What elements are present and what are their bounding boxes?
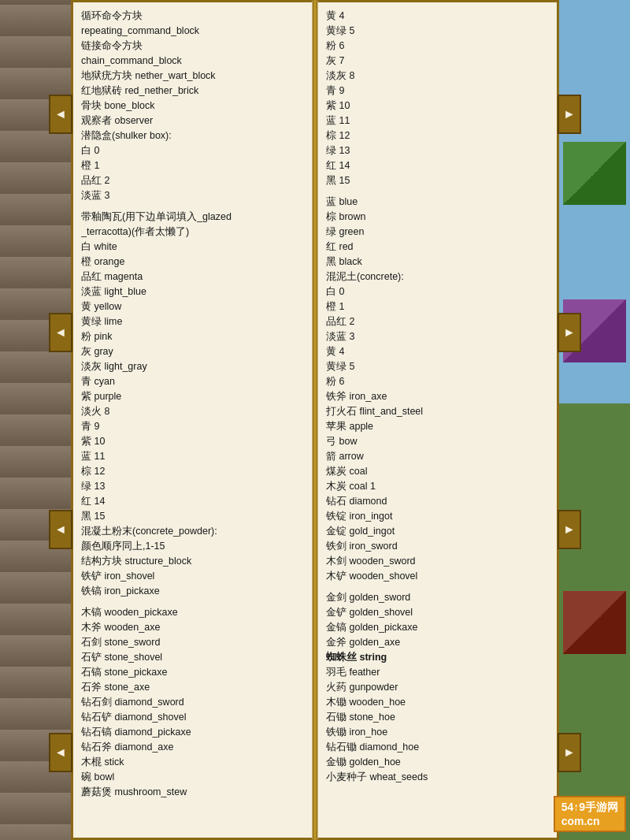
nav-arrow-left-4[interactable]: ◄ — [49, 733, 72, 772]
line-stone-shovel: 石铲 stone_shovel — [81, 650, 304, 665]
rline-concrete: 混泥土(concrete): — [326, 269, 549, 284]
line-9: 白 0 — [81, 143, 304, 158]
nav-arrow-left-3[interactable]: ◄ — [49, 510, 72, 549]
watermark: 54↑9手游网 com.cn — [554, 796, 626, 832]
rgap-1 — [326, 188, 549, 195]
line-blue11: 蓝 11 — [81, 449, 304, 464]
nav-arrow-right-2[interactable]: ► — [558, 313, 581, 352]
nav-arrow-right-3[interactable]: ► — [558, 510, 581, 549]
watermark-line2: com.cn — [561, 815, 618, 827]
line-stone-sword: 石剑 stone_sword — [81, 635, 304, 650]
rline-flint: 打火石 flint_and_steel — [326, 404, 549, 419]
line-stone-axe: 石斧 stone_axe — [81, 680, 304, 695]
rline-green: 绿 green — [326, 225, 549, 240]
rline-1: 黄绿 5 — [326, 24, 549, 39]
rline-golden-shovel: 金铲 golden_shovel — [326, 605, 549, 620]
rline-lightblue3: 淡蓝 3 — [326, 329, 549, 344]
nav-arrow-left-1[interactable]: ◄ — [49, 95, 72, 134]
rline-11: 黑 15 — [326, 173, 549, 188]
line-diamond-pickaxe: 钻石镐 diamond_pickaxe — [81, 725, 304, 740]
rline-yellow4: 黄 4 — [326, 344, 549, 359]
rline-charcoal: 木炭 coal 1 — [326, 479, 549, 494]
line-8: 潜隐盒(shulker box): — [81, 128, 304, 143]
line-lightgray: 淡灰 light_gray — [81, 359, 304, 374]
rline-orange1: 橙 1 — [326, 299, 549, 314]
line-gray: 灰 gray — [81, 344, 304, 359]
rline-coal: 煤炭 coal — [326, 464, 549, 479]
line-7: 观察者 observer — [81, 113, 304, 128]
line-11: 品红 2 — [81, 173, 304, 188]
rline-5: 青 9 — [326, 84, 549, 98]
rline-golden-hoe: 金锄 golden_hoe — [326, 755, 549, 770]
line-fire8: 淡火 8 — [81, 404, 304, 419]
nav-arrow-right-1[interactable]: ► — [558, 95, 581, 134]
nav-arrow-right-4[interactable]: ► — [558, 733, 581, 772]
left-page: 循环命令方块 repeating_command_block 链接命令方块 ch… — [71, 0, 313, 840]
line-0: 循环命令方块 — [81, 9, 304, 24]
rline-iron-ingot: 铁锭 iron_ingot — [326, 509, 549, 524]
rline-stone-hoe: 石锄 stone_hoe — [326, 710, 549, 725]
rline-wheat-seeds: 小麦种子 wheat_seeds — [326, 770, 549, 785]
line-4: 地狱疣方块 nether_wart_block — [81, 69, 304, 84]
rline-bow: 弓 bow — [326, 434, 549, 449]
rline-apple: 苹果 apple — [326, 419, 549, 434]
line-wooden-pickaxe: 木镐 wooden_pickaxe — [81, 605, 304, 620]
rline-0: 黄 4 — [326, 9, 549, 24]
book-container: 循环命令方块 repeating_command_block 链接命令方块 ch… — [71, 0, 559, 840]
line-green13: 绿 13 — [81, 479, 304, 494]
rline-diamond: 钻石 diamond — [326, 494, 549, 509]
rline-feather: 羽毛 feather — [326, 665, 549, 680]
rline-golden-sword: 金剑 golden_sword — [326, 590, 549, 605]
line-pink: 粉 pink — [81, 329, 304, 344]
rline-brown: 棕 brown — [326, 210, 549, 225]
line-diamond-shovel: 钻石铲 diamond_shovel — [81, 710, 304, 725]
line-2: 链接命令方块 — [81, 39, 304, 54]
line-10: 橙 1 — [81, 158, 304, 173]
gap-2 — [81, 599, 304, 605]
line-yellow: 黄 yellow — [81, 299, 304, 314]
line-cyan9: 青 9 — [81, 419, 304, 434]
rline-3: 灰 7 — [326, 54, 549, 69]
rline-iron-sword: 铁剑 iron_sword — [326, 539, 549, 554]
line-diamond-axe: 钻石斧 diamond_axe — [81, 740, 304, 755]
gap-1 — [81, 203, 304, 210]
line-stick: 木棍 stick — [81, 755, 304, 770]
rline-golden-pickaxe: 金镐 golden_pickaxe — [326, 620, 549, 635]
line-diamond-sword: 钻石剑 diamond_sword — [81, 695, 304, 710]
rline-red: 红 red — [326, 240, 549, 255]
line-cyan: 青 cyan — [81, 374, 304, 389]
rline-blue: 蓝 blue — [326, 195, 549, 210]
rline-6: 紫 10 — [326, 98, 549, 113]
rline-10: 红 14 — [326, 158, 549, 173]
rgap-2 — [326, 584, 549, 590]
line-1: repeating_command_block — [81, 24, 304, 39]
line-structure: 结构方块 structure_block — [81, 554, 304, 569]
minecraft-green-block — [563, 142, 626, 205]
rline-gunpowder: 火药 gunpowder — [326, 680, 549, 695]
line-6: 骨块 bone_block — [81, 98, 304, 113]
rline-iron-hoe: 铁锄 iron_hoe — [326, 725, 549, 740]
book-spine — [313, 0, 317, 840]
rline-8: 棕 12 — [326, 128, 549, 143]
line-5: 红地狱砖 red_nether_brick — [81, 84, 304, 98]
rline-4: 淡灰 8 — [326, 69, 549, 84]
rline-iron-axe: 铁斧 iron_axe — [326, 389, 549, 404]
line-12: 淡蓝 3 — [81, 188, 304, 203]
line-brown12: 棕 12 — [81, 464, 304, 479]
line-magenta: 品红 magenta — [81, 269, 304, 284]
rline-9: 绿 13 — [326, 143, 549, 158]
rline-wooden-shovel: 木铲 wooden_shovel — [326, 569, 549, 584]
rline-lime5: 黄绿 5 — [326, 359, 549, 374]
right-page: 黄 4 黄绿 5 粉 6 灰 7 淡灰 8 青 9 紫 10 蓝 11 棕 12… — [317, 0, 559, 840]
line-color-order: 颜色顺序同上,1-15 — [81, 539, 304, 554]
line-purple10: 紫 10 — [81, 434, 304, 449]
rline-7: 蓝 11 — [326, 113, 549, 128]
line-bowl: 碗 bowl — [81, 770, 304, 785]
line-3: chain_command_block — [81, 54, 304, 69]
watermark-line1: 54↑9手游网 — [561, 801, 618, 815]
rline-pink6: 粉 6 — [326, 374, 549, 389]
line-white: 白 white — [81, 240, 304, 255]
line-black15: 黑 15 — [81, 509, 304, 524]
nav-arrow-left-2[interactable]: ◄ — [49, 313, 72, 352]
line-concrete-powder: 混凝土粉末(concrete_powder): — [81, 524, 304, 539]
